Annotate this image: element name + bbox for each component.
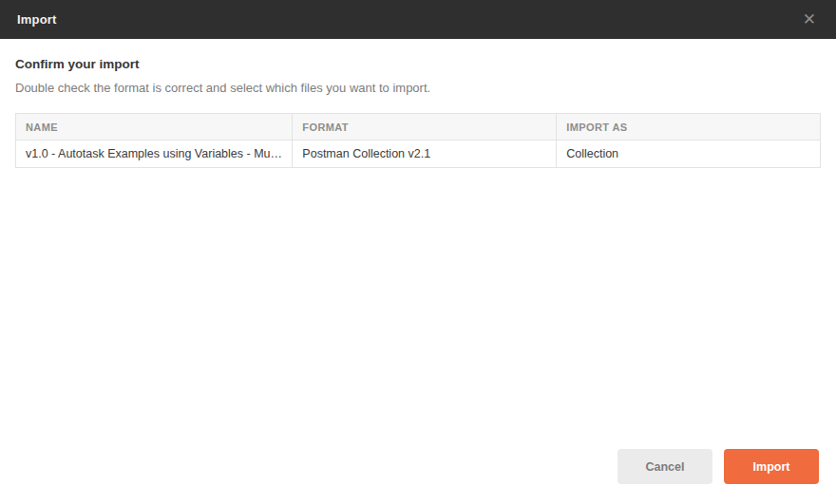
dialog-titlebar: Import ✕ — [0, 0, 836, 39]
column-header-format: FORMAT — [293, 114, 557, 140]
table-header-row: NAME FORMAT IMPORT AS — [16, 114, 821, 140]
dialog-body: Confirm your import Double check the for… — [0, 57, 836, 168]
table-row[interactable]: v1.0 - Autotask Examples using Variables… — [16, 140, 821, 168]
dialog-footer: Cancel Import — [618, 449, 819, 484]
import-files-table: NAME FORMAT IMPORT AS v1.0 - Autotask Ex… — [15, 113, 821, 168]
import-button[interactable]: Import — [724, 449, 819, 484]
cancel-button[interactable]: Cancel — [618, 449, 712, 484]
column-header-name: NAME — [16, 114, 293, 140]
confirm-heading: Confirm your import — [15, 57, 821, 71]
column-header-import-as: IMPORT AS — [557, 114, 821, 140]
close-icon[interactable]: ✕ — [799, 9, 820, 29]
cell-format: Postman Collection v2.1 — [293, 140, 557, 168]
dialog-title: Import — [17, 12, 57, 27]
confirm-subtitle: Double check the format is correct and s… — [15, 81, 821, 95]
cell-import-as[interactable]: Collection — [557, 140, 821, 168]
cell-file-name: v1.0 - Autotask Examples using Variables… — [16, 140, 293, 168]
